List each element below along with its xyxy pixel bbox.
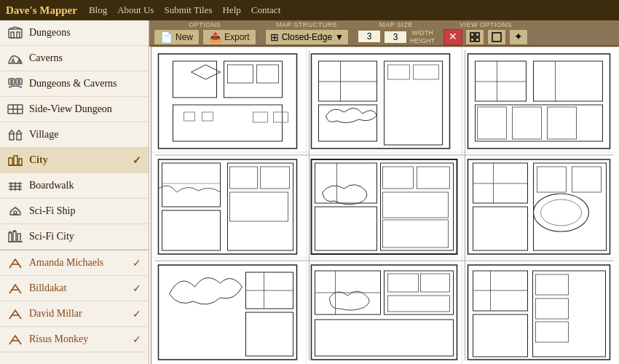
david-icon [6,306,25,322]
svg-rect-36 [476,33,479,36]
svg-rect-78 [230,192,288,221]
width-group [358,30,381,44]
export-label: Export [224,32,250,42]
site-title[interactable]: Dave's Mapper [6,4,77,17]
sidebar-item-dungeons[interactable]: Dungeons ✓ [0,20,149,46]
sidebar-item-boardwalk[interactable]: Boardwalk ✓ [0,173,149,199]
svg-point-30 [14,230,15,232]
svg-rect-6 [18,80,20,83]
svg-rect-59 [388,65,410,79]
svg-rect-11 [9,134,14,140]
toolbar: OPTIONS 📄 New 📤 Export MAP STRUCTURE [149,20,619,47]
sidebar-label-village: Village [29,129,58,141]
boardwalk-icon [6,178,25,194]
city-icon [6,152,25,168]
options-label: OPTIONS [189,21,221,28]
svg-rect-76 [230,167,258,189]
sidebar-item-billdakat[interactable]: Billdakat ✓ [0,276,149,301]
toolbar-view-options-section: VIEW OPTIONS ✕ ✦ [443,21,528,45]
close-view-button[interactable]: ✕ [443,29,462,45]
sidebar-item-city[interactable]: City ✓ [0,148,149,173]
sidebar-item-village[interactable]: Village ✓ [0,122,149,148]
svg-rect-95 [572,167,602,192]
svg-rect-123 [253,112,268,122]
map-structure-value: Closed-Edge [282,32,332,42]
width-input[interactable] [358,30,381,43]
svg-point-97 [541,199,582,226]
sidebar-item-side-view-dungeon[interactable]: Side-View Dungeon ✓ [0,97,149,122]
height-group [384,31,407,44]
map-size-controls: Width Height [358,29,435,44]
svg-rect-72 [162,163,221,207]
svg-rect-111 [388,296,450,312]
export-button[interactable]: 📤 Export [202,29,256,45]
side-view-dungeon-icon [6,101,25,117]
svg-rect-64 [476,105,603,141]
svg-rect-84 [383,167,414,189]
nav-submit[interactable]: Submit Tiles [164,4,212,16]
rect-view-button[interactable] [487,29,506,45]
svg-rect-3 [9,79,15,84]
svg-rect-118 [536,274,569,295]
sidebar-item-amanda-michaels[interactable]: Amanda Michaels ✓ [0,250,149,276]
nav-about[interactable]: About Us [117,4,154,16]
sidebar-label-sci-fi-ship: Sci-Fi Ship [29,205,75,217]
caverns-icon [6,50,25,66]
new-icon: 📄 [160,31,173,43]
layout: Dungeons ✓ Caverns ✓ [0,20,619,364]
sidebar-item-dungeons-caverns[interactable]: Dungeons & Caverns ✓ [0,71,149,97]
risus-check: ✓ [133,333,141,346]
svg-rect-54 [319,61,377,101]
map-structure-select[interactable]: ⊞ Closed-Edge ▼ [265,29,349,45]
height-input[interactable] [384,31,407,44]
amanda-check: ✓ [133,257,141,269]
svg-rect-73 [162,210,221,250]
toolbar-map-structure-section: MAP STRUCTURE ⊞ Closed-Edge ▼ [265,21,349,45]
nav-blog[interactable]: Blog [89,4,107,16]
svg-rect-27 [17,234,20,242]
sci-fi-ship-icon [6,203,25,219]
svg-rect-77 [261,167,290,189]
star-view-button[interactable]: ✦ [509,29,528,45]
village-icon [6,127,25,143]
svg-rect-49 [173,105,283,141]
svg-rect-120 [536,322,569,342]
svg-rect-114 [473,314,528,357]
sidebar-label-dungeons-caverns: Dungeons & Caverns [29,78,117,90]
svg-rect-51 [228,65,253,83]
svg-rect-121 [184,112,195,121]
svg-rect-87 [383,220,449,248]
sidebar-label-david: David Millar [29,308,82,320]
svg-rect-122 [202,112,213,121]
sidebar-item-david-millar[interactable]: David Millar ✓ [0,301,149,327]
toolbar-map-size-section: MAP SIZE Width Height [358,21,435,44]
export-icon: 📤 [209,31,221,43]
options-controls: 📄 New 📤 Export [154,29,256,45]
height-label: Height [410,37,435,44]
svg-rect-14 [14,156,17,165]
dungeons-icon [6,25,25,41]
sidebar-item-risus-monkey[interactable]: Risus Monkey ✓ [0,327,149,352]
svg-rect-62 [476,61,527,101]
grid-view-button[interactable] [465,29,484,45]
sidebar-item-sci-fi-ship[interactable]: Sci-Fi Ship ✓ [0,199,149,224]
svg-rect-112 [468,265,610,360]
svg-rect-86 [383,192,449,218]
sidebar-label-risus: Risus Monkey [29,333,88,345]
sidebar-label-amanda: Amanda Michaels [29,257,103,269]
nav-contact[interactable]: Contact [251,4,280,16]
svg-rect-85 [417,167,450,189]
svg-rect-100 [246,312,293,356]
width-label: Width [410,29,435,36]
size-labels: Width Height [410,29,435,44]
sidebar-label-dungeons: Dungeons [29,27,71,39]
sidebar-label-sci-fi-city: Sci-Fi City [29,231,74,242]
nav-help[interactable]: Help [223,4,241,16]
svg-rect-39 [492,33,501,41]
sidebar-item-caverns[interactable]: Caverns ✓ [0,46,149,71]
new-button[interactable]: 📄 New [154,29,200,45]
city-check: ✓ [133,154,141,167]
svg-rect-89 [473,163,528,203]
sidebar-item-sci-fi-city[interactable]: Sci-Fi City ✓ [0,224,149,250]
svg-marker-50 [192,65,221,79]
